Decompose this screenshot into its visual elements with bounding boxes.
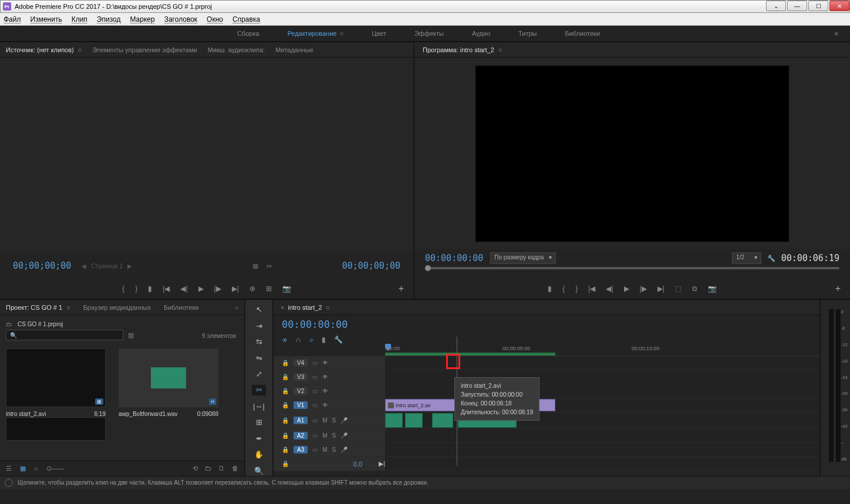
- lock-icon[interactable]: 🔒: [282, 402, 289, 408]
- lock-icon[interactable]: 🔒: [282, 388, 289, 394]
- menu-sequence[interactable]: Эпизод: [97, 15, 121, 23]
- eye-icon[interactable]: 👁: [322, 374, 328, 380]
- track-tag[interactable]: V3: [294, 373, 308, 381]
- src-marker-in-icon[interactable]: {: [122, 285, 124, 293]
- sync-icon[interactable]: ▭: [312, 447, 318, 453]
- track-tag[interactable]: V1: [294, 401, 308, 409]
- timeline-close-icon[interactable]: ×: [281, 304, 284, 311]
- prog-out-icon[interactable]: }: [575, 285, 578, 293]
- winbtn-help-icon[interactable]: ⌄: [766, 1, 786, 11]
- close-button[interactable]: ✕: [829, 1, 849, 11]
- timeline-tc[interactable]: 00:00:00:00: [282, 319, 348, 330]
- prog-step-fwd-icon[interactable]: |▶: [640, 285, 647, 293]
- lock-icon[interactable]: 🔒: [282, 461, 289, 467]
- tab-source[interactable]: Источник: (нет клипов) ≡: [6, 46, 82, 53]
- src-fit-icon[interactable]: ⇔: [267, 262, 272, 270]
- program-viewport[interactable]: [475, 66, 789, 242]
- sync-icon[interactable]: ▭: [312, 402, 318, 408]
- mute-icon[interactable]: M: [322, 447, 327, 453]
- mic-icon[interactable]: 🎤: [340, 447, 348, 453]
- track-tag[interactable]: A2: [294, 432, 308, 439]
- src-play-icon[interactable]: ▶: [198, 285, 204, 293]
- program-tc-out[interactable]: 00:00:06:19: [781, 253, 839, 263]
- work-area-bar[interactable]: [385, 353, 555, 356]
- project-item-partial[interactable]: [6, 417, 106, 441]
- src-goto-in-icon[interactable]: |◀: [163, 285, 170, 293]
- tab-metadata[interactable]: Метаданные: [275, 46, 313, 53]
- project-item-audio[interactable]: H awp_Boltforward1.wav0:09088: [119, 349, 218, 417]
- tl-link-icon[interactable]: ⟐: [309, 336, 313, 344]
- src-step-fwd-icon[interactable]: |▶: [214, 285, 221, 293]
- prog-in-icon[interactable]: {: [562, 285, 565, 293]
- lock-icon[interactable]: 🔒: [282, 417, 289, 424]
- menu-clip[interactable]: Клип: [72, 15, 87, 23]
- src-export-frame-icon[interactable]: 📷: [282, 285, 291, 293]
- tab-libraries[interactable]: Библиотеки: [164, 304, 199, 311]
- track-tag[interactable]: V4: [294, 359, 308, 367]
- tl-snap-icon[interactable]: ⚹: [282, 336, 288, 344]
- lock-icon[interactable]: 🔒: [282, 447, 289, 453]
- filter-icon[interactable]: ▥: [128, 332, 134, 339]
- pager-next-icon[interactable]: ▶: [127, 263, 132, 269]
- src-step-back-icon[interactable]: ◀|: [180, 285, 187, 293]
- zoom-slider[interactable]: ⊙——: [46, 465, 65, 472]
- project-search-input[interactable]: [6, 330, 123, 340]
- bin-icon[interactable]: 🗀: [6, 321, 12, 327]
- prog-play-icon[interactable]: ▶: [624, 285, 629, 293]
- tl-magnet-icon[interactable]: ∩: [296, 336, 301, 344]
- solo-icon[interactable]: S: [332, 447, 336, 453]
- track-tag[interactable]: A3: [294, 446, 308, 454]
- sync-icon[interactable]: ▭: [312, 432, 318, 439]
- ws-overflow-icon[interactable]: »: [834, 29, 850, 38]
- tab-effect-controls[interactable]: Элементы управления эффектами: [92, 46, 197, 53]
- new-item-icon[interactable]: 🗋: [218, 465, 225, 472]
- tool-hand-icon[interactable]: ✋: [252, 449, 266, 459]
- menu-marker[interactable]: Маркер: [130, 15, 154, 23]
- tool-pen-icon[interactable]: ✒: [252, 434, 266, 444]
- tab-project[interactable]: Проект: CS GO # 1 ≡: [6, 304, 70, 311]
- track-tag[interactable]: A1: [294, 417, 308, 424]
- program-settings-icon[interactable]: 🔧: [767, 255, 775, 262]
- eye-icon[interactable]: 👁: [322, 402, 328, 408]
- src-insert-icon[interactable]: ⊕: [249, 285, 255, 293]
- lock-icon[interactable]: 🔒: [282, 360, 289, 366]
- minimize-button[interactable]: —: [787, 1, 807, 11]
- tool-rate-stretch-icon[interactable]: ⤢: [252, 369, 266, 379]
- zoom-value[interactable]: 0,0: [353, 461, 362, 468]
- ws-libraries[interactable]: Библиотеки: [551, 26, 614, 41]
- tool-ripple-icon[interactable]: ⇆: [252, 337, 266, 347]
- sync-icon[interactable]: ▭: [312, 417, 318, 424]
- tool-slide-icon[interactable]: ⊞: [252, 417, 266, 427]
- eye-icon[interactable]: 👁: [322, 388, 328, 394]
- prog-extract-icon[interactable]: ⧉: [692, 285, 697, 293]
- menu-title[interactable]: Заголовок: [164, 15, 197, 23]
- prog-step-back-icon[interactable]: ◀|: [606, 285, 613, 293]
- tool-track-select-icon[interactable]: ⇥: [252, 320, 266, 330]
- ws-audio[interactable]: Аудио: [458, 26, 504, 41]
- tab-program[interactable]: Программа: intro start_2 ≡: [423, 46, 502, 53]
- program-res-select[interactable]: 1/2 ▾: [732, 252, 761, 264]
- src-marker-out-icon[interactable]: }: [135, 285, 137, 293]
- tool-razor-icon[interactable]: ✂: [252, 385, 266, 395]
- clip-audio[interactable]: [432, 413, 453, 428]
- new-bin-icon[interactable]: 🗀: [205, 465, 211, 472]
- source-tc-out[interactable]: 00;00;00;00: [342, 261, 400, 271]
- mute-icon[interactable]: M: [322, 432, 327, 439]
- timeline-tab[interactable]: intro start_2 ≡: [288, 304, 330, 311]
- sync-icon[interactable]: ▭: [312, 388, 318, 394]
- tool-zoom-icon[interactable]: 🔍: [252, 466, 266, 476]
- view-freeform-icon[interactable]: ○: [34, 465, 38, 472]
- menu-file[interactable]: Файл: [4, 15, 21, 23]
- delete-icon[interactable]: 🗑: [232, 465, 238, 472]
- lock-icon[interactable]: 🔒: [282, 374, 289, 380]
- src-add-button-icon[interactable]: +: [399, 283, 404, 294]
- track-tag[interactable]: V2: [294, 387, 308, 395]
- tab-media-browser[interactable]: Браузер медиаданных: [83, 304, 151, 311]
- program-fit-select[interactable]: По размеру кадра ▾: [490, 252, 555, 264]
- tool-rolling-icon[interactable]: ⇋: [252, 353, 266, 363]
- sync-icon[interactable]: ▭: [312, 360, 318, 366]
- sync-icon[interactable]: ▭: [312, 374, 318, 380]
- src-overwrite-icon[interactable]: ⊞: [266, 285, 272, 293]
- mic-icon[interactable]: 🎤: [340, 417, 348, 424]
- eye-icon[interactable]: 👁: [322, 360, 328, 366]
